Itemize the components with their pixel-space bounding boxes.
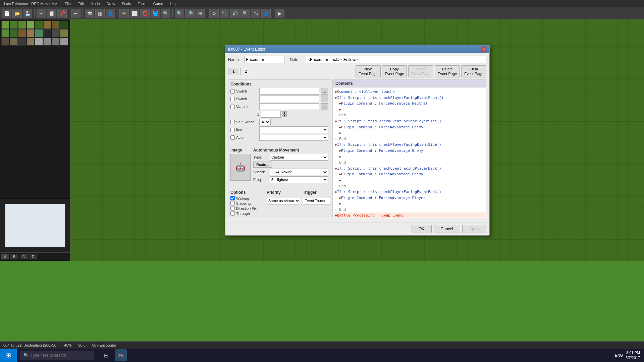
type-select[interactable]: Fixed Random Approach Custom [270, 154, 328, 161]
tile-cell[interactable] [35, 29, 43, 37]
actor-select[interactable] [259, 134, 328, 141]
dialog-close-button[interactable]: ✕ [481, 47, 486, 52]
switch1-checkbox[interactable] [230, 89, 235, 94]
rect-btn[interactable]: ⬜ [130, 9, 139, 18]
undo-btn[interactable]: ↩ [71, 9, 80, 18]
menu-file[interactable]: File [61, 0, 74, 7]
tile-cell[interactable] [43, 29, 51, 37]
zoom-reset-btn[interactable]: ⊞ [196, 9, 205, 18]
tile-cell[interactable] [60, 29, 68, 37]
tile-cell[interactable] [26, 38, 35, 46]
tile-cell[interactable] [10, 21, 18, 29]
play-btn[interactable]: ▶ [275, 9, 284, 18]
tile-cell[interactable] [43, 21, 51, 29]
image-preview[interactable]: 🤖 [230, 154, 251, 181]
self-switch-select[interactable]: ABCD [259, 119, 271, 125]
freq-select[interactable]: 1: Lowest 2: Lower 3: Normal 4: Higher 5… [270, 176, 328, 183]
speed-select[interactable]: 1: x8 Slower 2: x4 Slower 3: x2 Slower 4… [270, 169, 328, 175]
tile-cell[interactable] [18, 38, 26, 46]
variable-btn[interactable]: … [321, 103, 328, 110]
tileset-btn[interactable]: ▦ [95, 9, 105, 18]
eyedrop-btn[interactable]: 🔍 [161, 9, 170, 18]
tab-b[interactable]: B [10, 254, 18, 259]
switch2-input[interactable] [259, 96, 319, 102]
tab-a[interactable]: A [1, 254, 9, 259]
search2-btn[interactable]: 🔍 [240, 9, 250, 18]
trigger-select[interactable]: Action Button Player Touch Event Touch A… [303, 197, 330, 204]
taskbar-search-box[interactable]: 🔍 [20, 351, 94, 360]
tab-c[interactable]: C [20, 254, 28, 259]
tile-cell[interactable] [10, 29, 18, 37]
name-input[interactable] [244, 56, 284, 63]
stepping-checkbox[interactable] [230, 201, 235, 205]
menu-draw[interactable]: Draw [103, 0, 119, 7]
settings-btn[interactable]: ⚙ [209, 9, 219, 18]
tile-cell[interactable] [26, 21, 35, 29]
menu-edit[interactable]: Edit [74, 0, 87, 7]
page-tab-2[interactable]: 2 [240, 68, 252, 75]
zoom-in-btn[interactable]: 🔍 [175, 9, 184, 18]
zoom-out-btn[interactable]: 🔎 [185, 9, 195, 18]
route-btn[interactable]: Route... [253, 162, 272, 168]
tile-cell[interactable] [35, 21, 43, 29]
tile-cell[interactable] [43, 38, 51, 46]
self-switch-checkbox[interactable] [230, 120, 235, 124]
variable-input[interactable] [259, 103, 319, 110]
clear-event-page-btn[interactable]: Clear Event Page [461, 65, 486, 77]
ok-button[interactable]: OK [412, 225, 432, 233]
menu-game[interactable]: Game [150, 0, 166, 7]
walking-checkbox[interactable] [230, 196, 235, 200]
new-event-page-btn[interactable]: New Event Page [356, 65, 381, 77]
page-tab-1[interactable]: 1 [228, 68, 239, 75]
cut-btn[interactable]: ✂ [37, 9, 46, 18]
menu-mode[interactable]: Mode [87, 0, 103, 7]
char-btn[interactable]: 👤 [106, 9, 115, 18]
copy-event-page-btn[interactable]: Copy Event Page [382, 65, 407, 77]
tile-cell[interactable] [18, 29, 26, 37]
tile-cell[interactable] [1, 29, 9, 37]
taskbar-rpgmv-icon[interactable]: 🎮 [115, 349, 127, 361]
tab-r[interactable]: R [29, 254, 37, 259]
paste-event-page-btn[interactable]: Paste Event Page [408, 65, 433, 77]
var-down-btn[interactable]: ▼ [282, 114, 287, 117]
tile-cell[interactable] [35, 38, 43, 46]
item-select[interactable] [259, 126, 328, 133]
tile-cell[interactable] [1, 21, 9, 29]
direction-fix-checkbox[interactable] [230, 206, 235, 210]
tile-cell[interactable] [52, 21, 60, 29]
pencil-btn[interactable]: ✏ [119, 9, 129, 18]
switch2-checkbox[interactable] [230, 97, 235, 101]
variable-value-input[interactable] [261, 111, 281, 118]
resource-btn[interactable]: 🗂 [251, 9, 260, 18]
start-button[interactable]: ⊞ [0, 349, 17, 362]
menu-scale[interactable]: Scale [118, 0, 135, 7]
tile-cell[interactable] [60, 21, 68, 29]
contents-list[interactable]: ◆Comment : <follower touch> ◆If : Script… [333, 87, 486, 218]
open-file-btn[interactable]: 📂 [12, 9, 22, 18]
tile-cell[interactable] [52, 29, 60, 37]
switch1-btn[interactable]: … [321, 88, 328, 95]
through-checkbox[interactable] [230, 211, 235, 216]
switch2-btn[interactable]: … [321, 96, 328, 102]
copy-btn[interactable]: 📋 [47, 9, 56, 18]
delete-event-page-btn[interactable]: Delete Event Page [435, 65, 460, 77]
switch1-input[interactable] [259, 88, 319, 95]
char2-btn[interactable]: 👤 [261, 9, 271, 18]
menu-help[interactable]: Help [166, 0, 181, 7]
map-btn[interactable]: 🗺 [85, 9, 94, 18]
apply-button[interactable]: Apply [462, 225, 486, 233]
taskbar-task-view[interactable]: ⊟ [100, 349, 112, 361]
variable-checkbox[interactable] [230, 105, 235, 109]
tile-cell[interactable] [60, 38, 68, 46]
priority-select[interactable]: Below characters Same as characters Abov… [267, 197, 300, 204]
audio-btn[interactable]: 🔊 [230, 9, 239, 18]
cancel-button[interactable]: Cancel [434, 225, 460, 233]
tile-cell[interactable] [26, 29, 35, 37]
var-up-btn[interactable]: ▲ [282, 111, 287, 114]
circle-btn[interactable]: ⭕ [140, 9, 150, 18]
fill-btn[interactable]: 🪣 [151, 9, 160, 18]
tile-cell[interactable] [18, 21, 26, 29]
taskbar-search-input[interactable] [31, 353, 88, 358]
new-file-btn[interactable]: 📄 [2, 9, 11, 18]
tile-cell[interactable] [10, 38, 18, 46]
